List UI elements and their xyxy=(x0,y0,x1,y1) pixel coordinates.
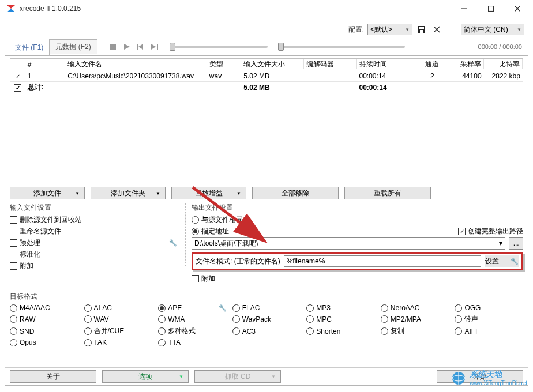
append-input-checkbox[interactable] xyxy=(10,262,17,270)
col-type[interactable]: 类型 xyxy=(207,59,242,69)
table-row[interactable]: ✓ 1 C:\Users\pc\Music\20210330091738.wav… xyxy=(10,70,523,82)
next-track-icon[interactable] xyxy=(150,42,159,51)
col-codec[interactable]: 编解码器 xyxy=(304,59,356,69)
format-[interactable]: 铃声 xyxy=(455,314,523,324)
about-button[interactable]: 关于 xyxy=(10,370,96,383)
format-radio[interactable] xyxy=(306,304,314,312)
format-ape[interactable]: APE🔧 xyxy=(158,304,227,312)
format-tta[interactable]: TTA xyxy=(158,338,227,346)
same-as-source-radio[interactable] xyxy=(192,216,199,224)
stop-icon[interactable] xyxy=(108,42,118,51)
col-channels[interactable]: 通道 xyxy=(415,59,450,69)
pattern-input[interactable]: %filename% xyxy=(284,255,481,267)
col-bitrate[interactable]: 比特率 xyxy=(484,59,523,69)
reload-all-button[interactable]: 重载所有 xyxy=(344,187,431,199)
format-[interactable]: 多种格式 xyxy=(158,326,227,336)
format-radio[interactable] xyxy=(455,304,462,312)
format-opus[interactable]: Opus xyxy=(10,338,78,346)
options-button[interactable]: 选项▼ xyxy=(102,370,189,383)
format-ogg[interactable]: OGG xyxy=(455,304,523,312)
replaygain-button[interactable]: 回放增益▼ xyxy=(171,187,246,199)
col-duration[interactable]: 持续时间 xyxy=(357,59,415,69)
format-radio[interactable] xyxy=(455,327,462,335)
format-aiff[interactable]: AIFF xyxy=(455,326,523,336)
col-size[interactable]: 输入文件大小 xyxy=(241,59,304,69)
config-preset-combo[interactable]: <默认> ▼ xyxy=(367,24,412,35)
gear-icon[interactable]: 🔧 xyxy=(169,239,177,247)
format-radio[interactable] xyxy=(84,304,92,312)
maximize-button[interactable] xyxy=(478,0,504,17)
tab-files[interactable]: 文件 (F1) xyxy=(9,40,50,55)
row-checkbox[interactable]: ✓ xyxy=(14,73,21,80)
normalize-checkbox[interactable] xyxy=(10,251,17,258)
format-wma[interactable]: WMA xyxy=(158,314,227,324)
format-snd[interactable]: SND xyxy=(10,326,78,336)
rename-source-checkbox[interactable] xyxy=(10,228,17,235)
gear-icon[interactable]: 🔧 xyxy=(219,304,227,312)
slider-thumb[interactable] xyxy=(170,43,175,51)
format-radio[interactable] xyxy=(306,315,314,323)
format-radio[interactable] xyxy=(381,315,388,323)
pattern-settings-button[interactable]: 设置🔧 xyxy=(485,255,519,267)
format-radio[interactable] xyxy=(84,339,92,346)
format-tak[interactable]: TAK xyxy=(84,338,153,346)
format-raw[interactable]: RAW xyxy=(10,314,78,324)
format-radio[interactable] xyxy=(10,327,17,335)
format-mp2mpa[interactable]: MP2/MPA xyxy=(381,314,449,324)
language-combo[interactable]: 简体中文 (CN) ▼ xyxy=(461,24,524,35)
format-radio[interactable] xyxy=(455,315,462,323)
format-mp3[interactable]: MP3 xyxy=(306,304,375,312)
format-m4aaac[interactable]: M4A/AAC xyxy=(10,304,78,312)
volume-slider[interactable] xyxy=(278,46,405,48)
format-radio[interactable] xyxy=(158,304,166,312)
format-[interactable]: 复制 xyxy=(381,326,449,336)
format-radio[interactable] xyxy=(84,327,92,335)
format-radio[interactable] xyxy=(84,315,92,323)
format-radio[interactable] xyxy=(381,304,388,312)
grab-cd-button[interactable]: 抓取 CD▼ xyxy=(194,370,281,383)
format-alac[interactable]: ALAC xyxy=(84,304,153,312)
format-radio[interactable] xyxy=(158,315,166,323)
format-radio[interactable] xyxy=(232,304,240,312)
format-flac[interactable]: FLAC xyxy=(232,304,301,312)
delete-config-icon[interactable] xyxy=(431,24,442,35)
format-mpc[interactable]: MPC xyxy=(306,314,375,324)
play-icon[interactable] xyxy=(122,42,132,51)
minimize-button[interactable] xyxy=(451,0,478,17)
format-radio[interactable] xyxy=(381,327,388,335)
remove-all-button[interactable]: 全部移除 xyxy=(252,187,339,199)
create-full-path-checkbox[interactable]: ✓ xyxy=(458,228,466,235)
format-radio[interactable] xyxy=(158,327,166,335)
del-to-recycle-checkbox[interactable] xyxy=(10,216,17,224)
format-neroaac[interactable]: NeroAAC xyxy=(381,304,449,312)
prev-track-icon[interactable] xyxy=(136,42,145,51)
browse-button[interactable]: ... xyxy=(509,237,523,250)
format-radio[interactable] xyxy=(10,339,17,346)
specified-path-radio[interactable] xyxy=(192,228,199,235)
total-checkbox[interactable]: ✓ xyxy=(14,84,21,92)
seek-slider[interactable] xyxy=(170,46,268,48)
col-num[interactable]: # xyxy=(25,61,65,69)
save-icon[interactable] xyxy=(416,24,427,35)
add-folder-button[interactable]: 添加文件夹▼ xyxy=(91,187,166,199)
output-path-input[interactable]: D:\tools\桌面\下载吧\ ▾ xyxy=(192,237,505,250)
format-radio[interactable] xyxy=(158,339,166,346)
col-name[interactable]: 输入文件名 xyxy=(65,59,207,69)
slider-thumb[interactable] xyxy=(278,43,284,51)
format-wavpack[interactable]: WavPack xyxy=(232,314,301,324)
format-ac3[interactable]: AC3 xyxy=(232,326,301,336)
format-radio[interactable] xyxy=(306,327,314,335)
format-radio[interactable] xyxy=(232,327,240,335)
tab-metadata[interactable]: 元数据 (F2) xyxy=(49,39,97,54)
format-cue[interactable]: 合并/CUE xyxy=(84,326,153,336)
append-output-checkbox[interactable] xyxy=(192,275,199,282)
close-button[interactable] xyxy=(504,0,531,17)
col-samplerate[interactable]: 采样率 xyxy=(449,59,484,69)
format-radio[interactable] xyxy=(10,315,17,323)
add-file-button[interactable]: 添加文件▼ xyxy=(10,187,85,199)
preprocess-checkbox[interactable] xyxy=(10,239,17,247)
format-radio[interactable] xyxy=(232,315,240,323)
format-radio[interactable] xyxy=(10,304,17,312)
format-wav[interactable]: WAV xyxy=(84,314,153,324)
format-shorten[interactable]: Shorten xyxy=(306,326,375,336)
